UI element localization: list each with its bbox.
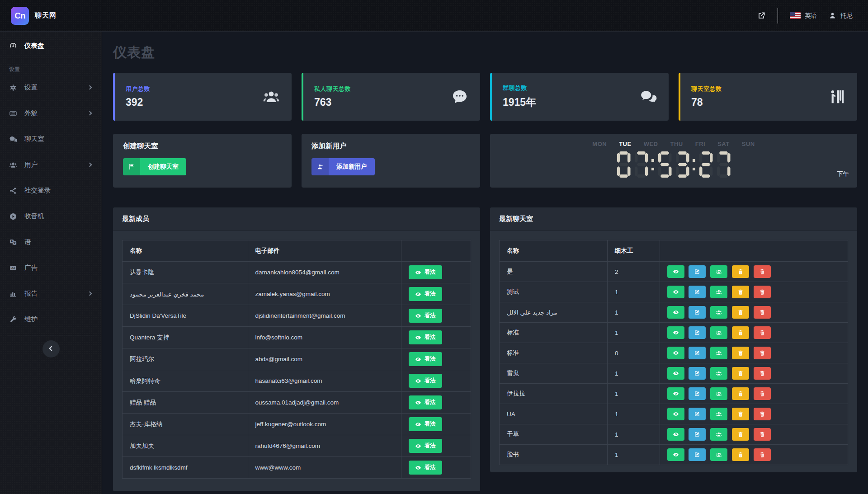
room-users-button[interactable] <box>710 286 727 298</box>
view-member-button[interactable]: 看法 <box>409 374 442 388</box>
eye-icon <box>415 465 421 471</box>
delete-room-button[interactable] <box>754 306 771 319</box>
sidebar-item-6[interactable]: A文 语 <box>0 229 102 255</box>
view-room-button[interactable] <box>667 387 684 400</box>
edit-room-button[interactable] <box>689 367 706 380</box>
clear-room-button[interactable] <box>732 408 749 420</box>
edit-room-button[interactable] <box>689 387 706 400</box>
clear-room-button[interactable] <box>732 286 749 298</box>
room-users-button[interactable] <box>710 306 727 319</box>
delete-room-button[interactable] <box>754 286 771 298</box>
clear-room-button[interactable] <box>732 428 749 441</box>
trash-icon <box>737 289 744 295</box>
view-member-label: 看法 <box>425 442 436 450</box>
sidebar-item-3[interactable]: 用户 <box>0 152 102 178</box>
member-row-0: 达曼卡隆 damankahlon8054@gmail.com 看法 <box>123 262 471 283</box>
delete-room-button[interactable] <box>754 387 771 400</box>
edit-room-button[interactable] <box>689 265 706 278</box>
view-room-button[interactable] <box>667 326 684 339</box>
view-member-button[interactable]: 看法 <box>409 395 442 409</box>
room-joined-count: 1 <box>608 384 660 404</box>
create-room-button[interactable]: 创建聊天室 <box>123 158 186 175</box>
clear-room-button[interactable] <box>732 387 749 400</box>
room-users-button[interactable] <box>710 265 727 278</box>
edit-room-button[interactable] <box>689 347 706 359</box>
sidebar-item-4[interactable]: 社交登录 <box>0 178 102 203</box>
edit-room-button[interactable] <box>689 448 706 461</box>
sidebar-item-7[interactable]: Ad 广告 <box>0 255 102 281</box>
view-member-button[interactable]: 看法 <box>409 287 442 301</box>
room-users-button[interactable] <box>710 347 727 359</box>
user-menu[interactable]: 托尼 <box>829 12 853 20</box>
view-member-label: 看法 <box>425 355 436 363</box>
view-member-button[interactable]: 看法 <box>409 417 442 431</box>
sidebar-item-1[interactable]: 外貌 <box>0 100 102 126</box>
delete-room-button[interactable] <box>754 367 771 380</box>
view-member-button[interactable]: 看法 <box>409 309 442 323</box>
main-content: 仪表盘 用户总数 392 私人聊天总数 763 群聊总数 1915年 聊天室总数… <box>102 32 868 494</box>
view-member-button[interactable]: 看法 <box>409 461 442 475</box>
view-room-button[interactable] <box>667 428 684 441</box>
edit-room-button[interactable] <box>689 326 706 339</box>
view-room-button[interactable] <box>667 408 684 420</box>
view-room-button[interactable] <box>667 367 684 380</box>
clear-room-button[interactable] <box>732 448 749 461</box>
eye-icon <box>415 291 421 297</box>
room-users-button[interactable] <box>710 428 727 441</box>
room-users-button[interactable] <box>710 448 727 461</box>
clear-room-button[interactable] <box>732 347 749 359</box>
clock-colon <box>691 151 697 178</box>
clear-room-button[interactable] <box>732 326 749 339</box>
room-users-button[interactable] <box>710 387 727 400</box>
delete-room-button[interactable] <box>754 265 771 278</box>
brand[interactable]: Cn 聊天网 <box>0 0 102 31</box>
delete-room-button[interactable] <box>754 347 771 359</box>
view-member-button[interactable]: 看法 <box>409 330 442 344</box>
delete-room-button[interactable] <box>754 428 771 441</box>
view-room-button[interactable] <box>667 306 684 319</box>
view-member-button[interactable]: 看法 <box>409 439 442 453</box>
sidebar-section-label: 设置 <box>9 66 102 73</box>
rooms-table: 名称 细木工 是 2 测试 1 <box>499 240 848 465</box>
sidebar-item-2[interactable]: 聊天室 <box>0 126 102 152</box>
room-name: مزاد جديد علي الالل <box>500 302 608 323</box>
clear-room-button[interactable] <box>732 265 749 278</box>
sidebar-item-dashboard[interactable]: 仪表盘 <box>0 35 102 56</box>
chart-icon <box>9 290 18 298</box>
view-room-button[interactable] <box>667 265 684 278</box>
edit-room-button[interactable] <box>689 428 706 441</box>
topbar-right: 英语 托尼 <box>757 0 868 31</box>
view-member-button[interactable]: 看法 <box>409 265 442 279</box>
page-title: 仪表盘 <box>113 43 857 62</box>
eye-icon <box>673 452 679 458</box>
delete-room-button[interactable] <box>754 408 771 420</box>
eye-icon <box>673 350 679 356</box>
sidebar-item-8[interactable]: 报告 <box>0 281 102 306</box>
delete-room-button[interactable] <box>754 448 771 461</box>
external-link-button[interactable] <box>757 11 766 20</box>
clock-digit-7 <box>717 151 731 178</box>
clear-room-button[interactable] <box>732 306 749 319</box>
sidebar-item-9[interactable]: 维护 <box>0 306 102 332</box>
room-users-button[interactable] <box>710 367 727 380</box>
room-users-button[interactable] <box>710 408 727 420</box>
view-room-button[interactable] <box>667 448 684 461</box>
sidebar-item-0[interactable]: 设置 <box>0 75 102 100</box>
language-selector[interactable]: 英语 <box>790 12 817 20</box>
edit-room-button[interactable] <box>689 306 706 319</box>
delete-room-button[interactable] <box>754 326 771 339</box>
trash-icon <box>759 268 765 275</box>
edit-room-button[interactable] <box>689 286 706 298</box>
view-member-label: 看法 <box>425 290 436 298</box>
add-user-button[interactable]: 添加新用户 <box>311 158 375 175</box>
sidebar-collapse-button[interactable] <box>42 340 60 358</box>
view-room-button[interactable] <box>667 286 684 298</box>
edit-room-button[interactable] <box>689 408 706 420</box>
room-users-button[interactable] <box>710 326 727 339</box>
sidebar-item-5[interactable]: 收音机 <box>0 203 102 229</box>
view-room-button[interactable] <box>667 347 684 359</box>
stats-row: 用户总数 392 私人聊天总数 763 群聊总数 1915年 聊天室总数 78 <box>113 73 857 121</box>
clock-card: MONTUEWEDTHUFRISATSUN 下午 <box>490 134 857 188</box>
clear-room-button[interactable] <box>732 367 749 380</box>
view-member-button[interactable]: 看法 <box>409 352 442 366</box>
